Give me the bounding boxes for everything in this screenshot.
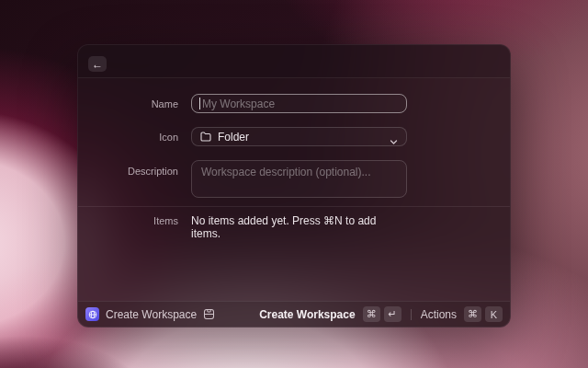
icon-label: Icon <box>78 132 178 143</box>
chevron-down-icon <box>390 133 398 150</box>
description-label: Description <box>78 160 178 177</box>
footer-group-divider <box>411 309 412 320</box>
items-row: Items No items added yet. Press ⌘N to ad… <box>78 214 407 240</box>
k-key-badge: K <box>485 306 503 322</box>
command-title: Create Workspace <box>106 308 197 321</box>
description-textarea[interactable] <box>191 160 407 198</box>
name-row: Name <box>78 94 407 113</box>
actions-button[interactable]: Actions <box>421 308 457 321</box>
arrow-left-icon: ← <box>92 59 103 70</box>
icon-select[interactable]: Folder <box>191 127 407 146</box>
dialog-footer: Create Workspace Create Workspace ⌘ ↵ Ac… <box>78 301 510 327</box>
items-label: Items <box>78 214 178 226</box>
footer-right: Create Workspace ⌘ ↵ Actions ⌘ K <box>259 306 503 322</box>
icon-row: Icon Folder <box>78 127 407 146</box>
cmd-key-badge: ⌘ <box>363 306 380 322</box>
section-divider <box>78 206 510 207</box>
name-label: Name <box>78 98 178 109</box>
folder-icon <box>200 132 211 142</box>
text-caret <box>199 98 200 109</box>
cmd-key-badge: ⌘ <box>464 306 481 322</box>
description-row: Description <box>78 160 407 198</box>
save-draft-icon[interactable] <box>203 308 215 320</box>
back-button[interactable]: ← <box>88 56 107 72</box>
workspace-extension-icon <box>85 307 99 321</box>
name-field-wrap <box>191 94 407 113</box>
name-input[interactable] <box>191 94 407 113</box>
dialog-header: ← <box>78 45 510 78</box>
icon-select-value: Folder <box>218 131 249 144</box>
create-workspace-dialog: ← Name Icon Folder Descript <box>77 44 511 328</box>
description-field-wrap <box>191 160 407 198</box>
return-key-badge: ↵ <box>384 306 401 322</box>
items-empty-text: No items added yet. Press ⌘N to add item… <box>191 214 407 240</box>
footer-left: Create Workspace <box>85 307 259 321</box>
submit-button[interactable]: Create Workspace <box>259 308 356 321</box>
